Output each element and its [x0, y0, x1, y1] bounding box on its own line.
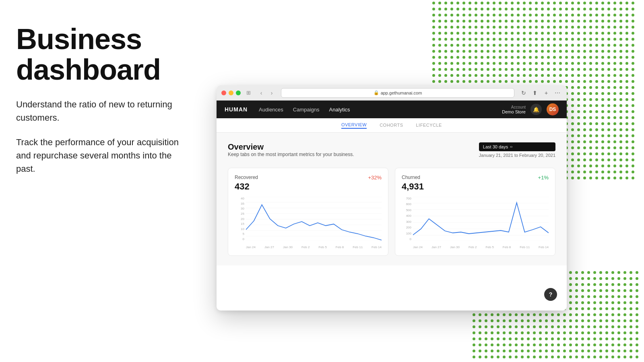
- recovered-chart-card: Recovered +32% 432 40 35 30 25 20 15 10 …: [228, 168, 388, 256]
- recovered-label: Recovered: [235, 175, 258, 180]
- date-range-button[interactable]: Last 30 days ‹›: [479, 142, 555, 151]
- churned-change: +1%: [538, 175, 549, 181]
- date-range-text: January 21, 2021 to February 20, 2021: [479, 153, 555, 158]
- sub-nav: OVERVIEW COHORTS LIFECYCLE: [217, 118, 567, 133]
- recovered-line-chart: [246, 197, 382, 241]
- subnav-cohorts[interactable]: COHORTS: [380, 123, 403, 128]
- bell-icon: 🔔: [533, 107, 539, 113]
- hero-title: Business dashboard: [16, 24, 189, 85]
- churned-chart-card: Churned +1% 4,931 700 600 500 400 300 20…: [395, 168, 555, 256]
- overview-title: Overview: [228, 142, 354, 152]
- churned-line-chart: [413, 197, 549, 241]
- app-content: Overview Keep tabs on the most important…: [217, 133, 567, 265]
- recovered-value: 432: [235, 181, 382, 192]
- recovered-x-axis: Jan 24 Jan 27 Jan 30 Feb 2 Feb 5 Feb 8 F…: [246, 245, 382, 249]
- churned-svg-container: [413, 197, 549, 241]
- app-logo: HUMAN: [225, 106, 248, 113]
- charts-row: Recovered +32% 432 40 35 30 25 20 15 10 …: [228, 168, 555, 256]
- subnav-lifecycle[interactable]: LIFECYCLE: [416, 123, 442, 128]
- back-button[interactable]: ‹: [257, 88, 266, 97]
- browser-window: ⊞ ‹ › 🔒 app.gethumanai.com ↻ ⬆ + ⋯ HUMAN…: [217, 85, 567, 311]
- recovered-chart-header: Recovered +32%: [235, 175, 382, 181]
- help-button[interactable]: ?: [544, 288, 557, 301]
- avatar[interactable]: DS: [547, 103, 559, 115]
- app-nav-items: Audiences Campaigns Analytics: [259, 107, 502, 113]
- minimize-btn[interactable]: [229, 90, 233, 95]
- subnav-overview[interactable]: OVERVIEW: [341, 122, 367, 129]
- recovered-chart-area: 40 35 30 25 20 15 10 5 0: [235, 197, 382, 249]
- browser-actions: ↻ ⬆ + ⋯: [519, 88, 562, 97]
- left-section: Business dashboard Understand the ratio …: [16, 24, 189, 175]
- new-tab-icon[interactable]: +: [542, 88, 551, 97]
- app-nav-right: Account Demo Store 🔔 DS: [502, 103, 559, 115]
- nav-analytics[interactable]: Analytics: [329, 107, 350, 113]
- hero-description: Understand the ratio of new to returning…: [16, 98, 189, 175]
- account-info: Account Demo Store: [502, 105, 526, 114]
- hero-desc1: Understand the ratio of new to returning…: [16, 98, 189, 124]
- url-text: app.gethumanai.com: [381, 90, 422, 95]
- calendar-icon: ‹›: [510, 145, 512, 149]
- account-label: Account: [502, 105, 526, 109]
- churned-x-axis: Jan 24 Jan 27 Jan 30 Feb 2 Feb 5 Feb 8 F…: [413, 245, 549, 249]
- window-control-icon[interactable]: ⊞: [244, 88, 253, 97]
- forward-button[interactable]: ›: [267, 88, 276, 97]
- address-bar[interactable]: 🔒 app.gethumanai.com: [281, 88, 514, 98]
- account-name: Demo Store: [502, 109, 526, 114]
- churned-chart-area: 700 600 500 400 300 200 100 0: [402, 197, 549, 249]
- notification-btn[interactable]: 🔔: [530, 104, 542, 115]
- hero-desc2: Track the performance of your acquisitio…: [16, 136, 189, 175]
- churned-chart-header: Churned +1%: [402, 175, 549, 181]
- recovered-change: +32%: [368, 175, 382, 181]
- overview-header: Overview Keep tabs on the most important…: [228, 142, 555, 165]
- more-icon[interactable]: ⋯: [553, 88, 562, 97]
- app-navbar: HUMAN Audiences Campaigns Analytics Acco…: [217, 101, 567, 118]
- nav-campaigns[interactable]: Campaigns: [293, 107, 320, 113]
- churned-y-axis: 700 600 500 400 300 200 100 0: [402, 197, 411, 241]
- overview-subtitle: Keep tabs on the most important metrics …: [228, 152, 354, 157]
- share-icon[interactable]: ⬆: [530, 88, 539, 97]
- close-btn[interactable]: [221, 90, 226, 95]
- traffic-lights: [221, 90, 241, 95]
- recovered-svg-container: [246, 197, 382, 241]
- lock-icon: 🔒: [374, 90, 379, 95]
- churned-label: Churned: [402, 175, 420, 180]
- date-range-label: Last 30 days: [483, 144, 508, 149]
- maximize-btn[interactable]: [236, 90, 241, 95]
- nav-audiences[interactable]: Audiences: [259, 107, 283, 113]
- recovered-y-axis: 40 35 30 25 20 15 10 5 0: [235, 197, 244, 241]
- churned-value: 4,931: [402, 181, 549, 192]
- refresh-icon[interactable]: ↻: [519, 88, 528, 97]
- browser-nav: ‹ ›: [257, 88, 276, 97]
- browser-chrome: ⊞ ‹ › 🔒 app.gethumanai.com ↻ ⬆ + ⋯: [217, 85, 567, 101]
